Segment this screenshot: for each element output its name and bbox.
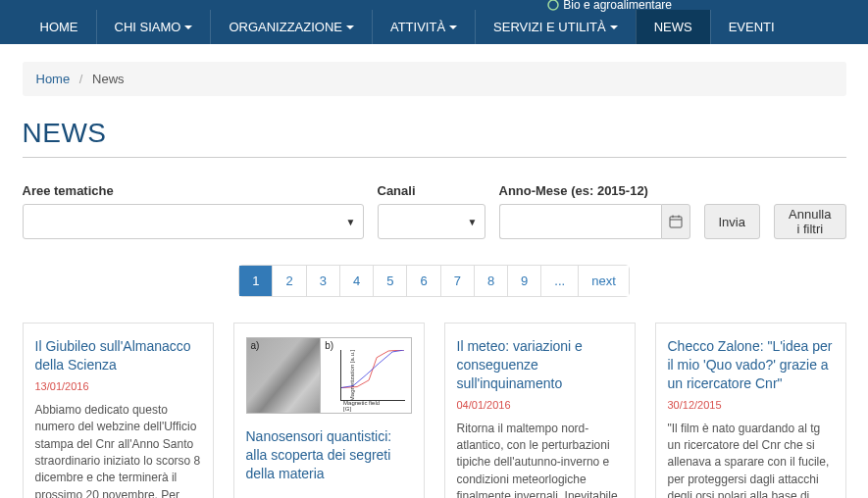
card-date: 04/01/2016 — [457, 399, 623, 411]
calendar-icon — [669, 215, 683, 228]
nav-item-home[interactable]: HOME — [23, 10, 96, 44]
card-title[interactable]: Il meteo: variazioni e conseguenze sull'… — [457, 337, 623, 393]
card-excerpt: Ritorna il maltempo nord-atlantico, con … — [457, 421, 623, 498]
canali-label: Canali — [378, 183, 485, 198]
card-excerpt: Abbiamo dedicato questo numero del webzi… — [35, 402, 201, 498]
page-ellipsis: ... — [541, 266, 578, 296]
page-next[interactable]: next — [579, 266, 629, 296]
page-item: 8 — [474, 265, 508, 297]
main-nav: HOMECHI SIAMOORGANIZZAZIONEATTIVITÀSERVI… — [0, 10, 868, 44]
chevron-down-icon — [449, 25, 457, 29]
svg-rect-1 — [670, 217, 682, 227]
nav-item-servizi-e-utilit-[interactable]: SERVIZI E UTILITÀ — [475, 10, 636, 44]
title-rule — [23, 157, 846, 158]
nav-item-news[interactable]: NEWS — [636, 10, 710, 44]
breadcrumb-home[interactable]: Home — [36, 72, 71, 86]
breadcrumb: Home / News — [23, 62, 846, 96]
aree-select[interactable] — [23, 204, 364, 239]
nav-item-label: HOME — [40, 20, 78, 34]
card-excerpt: "Il film è nato guardando al tg un ricer… — [668, 421, 834, 498]
page-2[interactable]: 2 — [273, 266, 305, 296]
breadcrumb-sep: / — [79, 72, 83, 86]
news-card: Il meteo: variazioni e conseguenze sull'… — [444, 323, 636, 498]
circle-icon — [547, 0, 559, 11]
card-date: 13/01/2016 — [35, 380, 201, 392]
nav-item-label: EVENTI — [729, 20, 775, 34]
filters-row: Aree tematiche ▼ Canali ▼ Anno-Mese (es:… — [23, 183, 846, 239]
page-4[interactable]: 4 — [340, 266, 373, 296]
canali-select[interactable] — [378, 204, 485, 239]
page-3[interactable]: 3 — [307, 266, 339, 296]
page-item: 2 — [272, 265, 306, 297]
nav-item-label: SERVIZI E UTILITÀ — [493, 20, 606, 34]
page-item: 9 — [507, 265, 541, 297]
page-title: NEWS — [23, 118, 846, 149]
page-9[interactable]: 9 — [508, 266, 540, 296]
page-item: 1 — [238, 265, 273, 297]
card-title[interactable]: Il Giubileo sull'Almanacco della Scienza — [35, 337, 201, 374]
nav-item-eventi[interactable]: EVENTI — [710, 10, 792, 44]
card-title[interactable]: Checco Zalone: "L'idea per il mio 'Quo v… — [668, 337, 834, 393]
news-card: Il Giubileo sull'Almanacco della Scienza… — [23, 323, 214, 498]
nav-item-label: ATTIVITÀ — [390, 20, 445, 34]
nav-item-chi-siamo[interactable]: CHI SIAMO — [96, 10, 211, 44]
anno-input[interactable] — [499, 204, 661, 239]
banner-bio-tag: Bio e agroalimentare — [547, 0, 672, 12]
news-card: Checco Zalone: "L'idea per il mio 'Quo v… — [655, 323, 846, 498]
submit-button[interactable]: Invia — [704, 204, 760, 239]
page-item: 3 — [306, 265, 340, 297]
chart-xlabel: Magnetic field [G] — [343, 400, 388, 412]
nav-item-organizzazione[interactable]: ORGANIZZAZIONE — [210, 10, 372, 44]
nav-item-label: NEWS — [654, 20, 692, 34]
card-date: 30/12/2015 — [668, 399, 834, 411]
chevron-down-icon — [184, 25, 192, 29]
pagination: 123456789...next — [23, 265, 846, 297]
news-card: Magnetization [a.u.]Magnetic field [G]Na… — [233, 323, 425, 498]
breadcrumb-current: News — [92, 72, 125, 86]
chevron-down-icon — [346, 25, 354, 29]
nav-item-label: ORGANIZZAZIONE — [229, 20, 342, 34]
banner-tag-label: Bio e agroalimentare — [563, 0, 672, 12]
page-6[interactable]: 6 — [407, 266, 439, 296]
page-5[interactable]: 5 — [374, 266, 406, 296]
cards-row: Il Giubileo sull'Almanacco della Scienza… — [23, 323, 846, 498]
anno-label: Anno-Mese (es: 2015-12) — [499, 183, 690, 198]
page-item: ... — [540, 265, 579, 297]
page-7[interactable]: 7 — [441, 266, 474, 296]
card-title[interactable]: Nanosensori quantistici: alla scoperta d… — [246, 427, 412, 483]
page-item: 4 — [339, 265, 374, 297]
svg-point-0 — [548, 0, 558, 10]
card-thumbnail: Magnetization [a.u.]Magnetic field [G] — [246, 337, 412, 414]
nav-item-label: CHI SIAMO — [115, 20, 181, 34]
page-item: 5 — [373, 265, 407, 297]
page-item: 7 — [440, 265, 475, 297]
chevron-down-icon — [610, 25, 618, 29]
reset-button[interactable]: Annulla i filtri — [774, 204, 846, 239]
calendar-button[interactable] — [661, 204, 690, 239]
page-item: next — [578, 265, 630, 297]
nav-item-attivit-[interactable]: ATTIVITÀ — [372, 10, 475, 44]
page-8[interactable]: 8 — [475, 266, 507, 296]
page-1[interactable]: 1 — [239, 266, 272, 296]
aree-label: Aree tematiche — [23, 183, 364, 198]
page-item: 6 — [406, 265, 440, 297]
